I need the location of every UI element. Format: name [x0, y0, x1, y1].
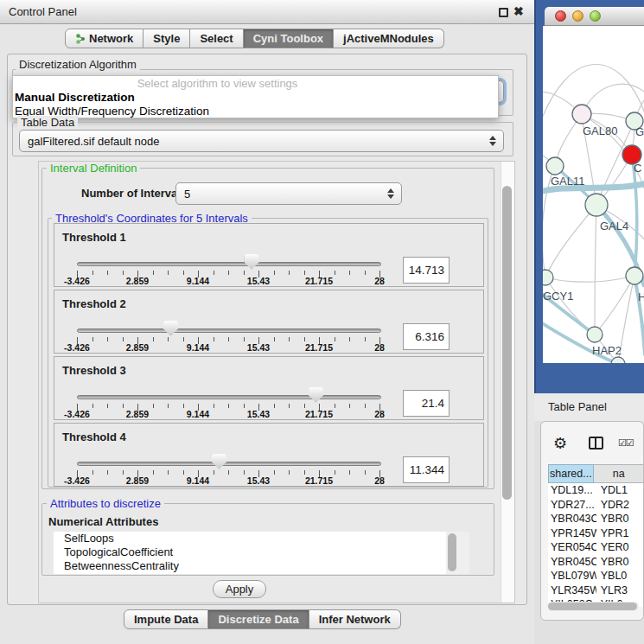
table-row[interactable]: YER054CYER0: [548, 540, 644, 555]
attribute-item-betweennesscentrality[interactable]: BetweennessCentrality: [54, 559, 446, 573]
node-label-gal4: GAL4: [600, 220, 628, 233]
control-panel-titlebar: Control Panel ✖: [0, 0, 534, 24]
network-node-h[interactable]: [626, 267, 643, 284]
table-panel-card: ⚙ ☑☑ shared... na YDL19...YDL1YDR27...YD…: [540, 421, 644, 621]
attributes-list-scrollbar-thumb[interactable]: [448, 533, 456, 571]
threshold-slider-thumb[interactable]: [163, 321, 178, 336]
split-columns-icon[interactable]: [589, 437, 603, 450]
tick-label: 28: [374, 342, 385, 353]
number-of-intervals-combobox[interactable]: 5: [175, 182, 402, 205]
threshold-slider-thumb[interactable]: [309, 387, 323, 403]
window-minimize-traffic-light[interactable]: [572, 10, 583, 22]
network-edge[interactable]: [545, 277, 595, 335]
tick-mark: [168, 470, 169, 475]
threshold-slider-thumb[interactable]: [212, 454, 226, 469]
tick-mark: [153, 404, 154, 408]
tick-mark: [107, 404, 108, 408]
tick-mark: [365, 337, 366, 341]
network-edge[interactable]: [595, 205, 596, 335]
tick-label: 2.859: [126, 475, 149, 486]
tab-infer-network[interactable]: Infer Network: [309, 609, 401, 629]
threshold-label: Threshold 3: [62, 364, 126, 377]
table-horizontal-scrollbar-thumb[interactable]: [548, 603, 637, 610]
algorithm-option-equal-width-frequency-discretization[interactable]: Equal Width/Frequency Discretization: [13, 105, 498, 118]
network-edge[interactable]: [545, 276, 634, 282]
tick-label: -3.426: [64, 276, 90, 286]
table-row[interactable]: YLR345WYLR3: [548, 583, 644, 598]
threshold-value-field[interactable]: 6.316: [403, 323, 450, 350]
tab-select[interactable]: Select: [190, 29, 243, 48]
window-zoom-traffic-light[interactable]: [590, 10, 601, 22]
column-header-name[interactable]: na: [594, 464, 644, 483]
network-node-gal80[interactable]: [572, 105, 591, 124]
float-panel-icon[interactable]: [499, 8, 508, 17]
checkbox-icons[interactable]: ☑☑: [618, 437, 634, 449]
close-icon[interactable]: ✖: [513, 4, 524, 18]
threshold-slider-track[interactable]: [77, 462, 381, 466]
column-header-shared-name[interactable]: shared...: [548, 464, 594, 483]
network-node-gcy1[interactable]: [543, 270, 553, 285]
tick-mark: [244, 404, 245, 408]
tick-mark: [107, 337, 108, 341]
tick-label: 2.859: [126, 342, 149, 353]
tab-cyni-toolbox[interactable]: Cyni Toolbox: [244, 29, 334, 48]
network-edge[interactable]: [545, 205, 596, 277]
table-data-combobox[interactable]: galFiltered.sif default node: [19, 130, 504, 152]
settings-scrollbar-thumb[interactable]: [502, 186, 512, 500]
cell-shared-name: YDR27...: [548, 498, 596, 513]
tick-mark: [183, 470, 184, 475]
tick-mark: [244, 337, 245, 341]
tick-mark: [349, 470, 350, 475]
tab-impute-data[interactable]: Impute Data: [124, 609, 208, 629]
tab-network[interactable]: Network: [65, 29, 143, 48]
table-row[interactable]: YDR27...YDR2: [548, 498, 644, 513]
network-node-gal11[interactable]: [546, 157, 564, 175]
tick-mark: [107, 271, 108, 275]
threshold-value-field[interactable]: 21.4: [403, 390, 450, 417]
tick-mark: [335, 271, 335, 275]
tab-style[interactable]: Style: [143, 29, 190, 48]
apply-button[interactable]: Apply: [213, 580, 266, 598]
table-row[interactable]: YPR145WYPR1: [548, 526, 644, 541]
numerical-attributes-list[interactable]: SelfLoopsTopologicalCoefficientBetweenne…: [54, 532, 446, 574]
tab-label: Select: [200, 32, 233, 45]
cell-shared-name: YBR045C: [548, 555, 596, 570]
threshold-value-field[interactable]: 11.344: [403, 456, 450, 483]
tab-discretize-data[interactable]: Discretize Data: [208, 609, 309, 629]
network-window-titlebar[interactable]: [545, 7, 644, 26]
node-label-h: H: [638, 290, 644, 303]
tab-jactivemnodules[interactable]: jActiveMNodules: [334, 29, 444, 48]
network-node-hap2[interactable]: [587, 327, 603, 342]
tick-mark: [153, 337, 154, 341]
attribute-item-selfloops[interactable]: SelfLoops: [54, 532, 446, 545]
table-rows: YDL19...YDL1YDR27...YDR2YBR043CYBR0YPR14…: [548, 483, 644, 607]
threshold-value-field[interactable]: 14.713: [403, 257, 450, 284]
numerical-attributes-heading: Numerical Attributes: [48, 515, 158, 528]
tick-mark: [107, 470, 108, 475]
node-label-c: C: [634, 162, 641, 175]
algorithm-option-manual-discretization[interactable]: Manual Discretization: [13, 91, 498, 105]
tick-mark: [153, 271, 154, 275]
gear-icon[interactable]: ⚙: [553, 434, 567, 453]
network-node-gal4[interactable]: [585, 194, 608, 216]
table-row[interactable]: YBL079WYBL0: [548, 569, 644, 583]
table-row[interactable]: YBR045CYBR0: [548, 555, 644, 570]
threshold-label: Threshold 1: [62, 231, 126, 244]
window-close-traffic-light[interactable]: [555, 10, 566, 22]
algorithm-options: Manual DiscretizationEqual Width/Frequen…: [13, 91, 498, 118]
threshold-slider-track[interactable]: [77, 262, 381, 266]
discretization-algorithm-title: Discretization Algorithm: [16, 58, 140, 71]
attribute-item-topologicalcoefficient[interactable]: TopologicalCoefficient: [54, 545, 446, 559]
bottom-tab-bar: Impute DataDiscretize DataInfer Network: [124, 609, 401, 629]
tick-mark: [92, 271, 93, 275]
tick-mark: [168, 271, 169, 275]
network-edge-highlighted[interactable]: [634, 276, 644, 354]
threshold-slider-track[interactable]: [77, 395, 381, 399]
table-row[interactable]: YDL19...YDL1: [548, 483, 644, 498]
threshold-slider-thumb[interactable]: [245, 254, 259, 270]
tick-mark: [228, 470, 229, 475]
table-row[interactable]: YBR043CYBR0: [548, 512, 644, 526]
threshold-slider-track[interactable]: [77, 328, 381, 333]
network-canvas[interactable]: GAL80G.CGAL11GAL4GCY1HHAP2: [543, 26, 644, 363]
network-edge[interactable]: [582, 84, 644, 114]
